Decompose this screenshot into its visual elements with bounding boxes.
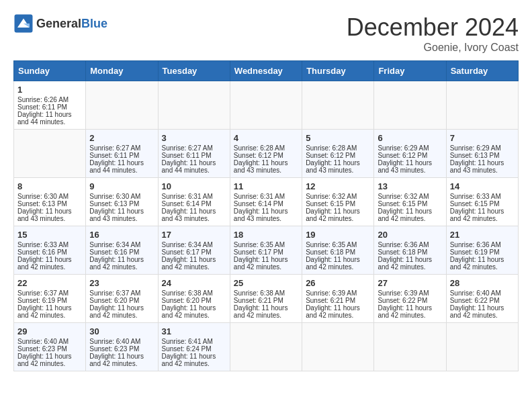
daylight: Daylight: 11 hours and 42 minutes. <box>162 353 216 367</box>
calendar-cell-empty <box>158 81 230 130</box>
sunrise: Sunrise: 6:33 AM <box>17 241 69 248</box>
daylight: Daylight: 11 hours and 42 minutes. <box>162 256 216 271</box>
sunset: Sunset: 6:23 PM <box>17 345 67 353</box>
daylight: Daylight: 11 hours and 43 minutes. <box>162 208 216 222</box>
calendar-cell: 29Sunrise: 6:40 AMSunset: 6:23 PMDayligh… <box>14 323 86 371</box>
sunrise: Sunrise: 6:28 AM <box>234 144 285 152</box>
sunset: Sunset: 6:13 PM <box>17 200 67 208</box>
sunrise: Sunrise: 6:30 AM <box>89 193 140 200</box>
day-number: 14 <box>450 181 515 191</box>
sunset: Sunset: 6:20 PM <box>89 297 139 304</box>
sunrise: Sunrise: 6:35 AM <box>234 241 285 248</box>
day-number: 28 <box>450 278 515 288</box>
sunset: Sunset: 6:12 PM <box>306 152 355 159</box>
sunrise: Sunrise: 6:29 AM <box>378 144 429 152</box>
day-number: 3 <box>162 133 226 143</box>
calendar-week-row: 29Sunrise: 6:40 AMSunset: 6:23 PMDayligh… <box>14 323 519 371</box>
sunrise: Sunrise: 6:32 AM <box>378 193 429 200</box>
sunset: Sunset: 6:13 PM <box>450 152 500 159</box>
daylight: Daylight: 11 hours and 42 minutes. <box>378 304 432 319</box>
sunrise: Sunrise: 6:28 AM <box>306 144 357 152</box>
day-number: 9 <box>89 181 154 191</box>
month-title: December 2024 <box>347 13 519 42</box>
day-number: 22 <box>17 278 82 288</box>
day-number: 29 <box>17 326 82 336</box>
sunrise: Sunrise: 6:36 AM <box>378 241 429 248</box>
sunrise: Sunrise: 6:40 AM <box>89 338 140 345</box>
daylight: Daylight: 11 hours and 42 minutes. <box>89 256 144 271</box>
calendar-week-row: 8Sunrise: 6:30 AMSunset: 6:13 PMDaylight… <box>14 178 519 226</box>
calendar-cell <box>302 323 374 371</box>
day-number: 24 <box>162 278 226 288</box>
daylight: Daylight: 11 hours and 42 minutes. <box>450 256 504 271</box>
day-number: 25 <box>234 278 298 288</box>
sunset: Sunset: 6:19 PM <box>450 248 500 256</box>
title-block: December 2024 Goenie, Ivory Coast <box>347 13 519 54</box>
calendar-week-row: 15Sunrise: 6:33 AMSunset: 6:16 PMDayligh… <box>14 226 519 275</box>
day-number: 12 <box>306 181 370 191</box>
sunrise: Sunrise: 6:39 AM <box>306 289 357 297</box>
daylight: Daylight: 11 hours and 44 minutes. <box>89 159 144 174</box>
daylight: Daylight: 11 hours and 42 minutes. <box>17 304 72 319</box>
sunset: Sunset: 6:21 PM <box>306 297 355 304</box>
sunset: Sunset: 6:12 PM <box>234 152 283 159</box>
calendar-cell <box>230 323 302 371</box>
daylight: Daylight: 11 hours and 43 minutes. <box>378 159 432 174</box>
calendar-cell: 24Sunrise: 6:38 AMSunset: 6:20 PMDayligh… <box>158 275 230 323</box>
calendar-cell <box>446 323 518 371</box>
sunset: Sunset: 6:18 PM <box>306 248 355 256</box>
calendar-cell: 25Sunrise: 6:38 AMSunset: 6:21 PMDayligh… <box>230 275 302 323</box>
calendar-cell-empty <box>230 81 302 130</box>
daylight: Daylight: 11 hours and 42 minutes. <box>306 304 360 319</box>
page-header: GeneralBlue December 2024 Goenie, Ivory … <box>13 13 519 54</box>
day-number: 4 <box>234 133 298 143</box>
calendar-header-row: SundayMondayTuesdayWednesdayThursdayFrid… <box>14 61 519 81</box>
calendar-cell: 18Sunrise: 6:35 AMSunset: 6:17 PMDayligh… <box>230 226 302 275</box>
sunrise: Sunrise: 6:37 AM <box>89 289 140 297</box>
calendar-cell: 23Sunrise: 6:37 AMSunset: 6:20 PMDayligh… <box>86 275 158 323</box>
calendar-cell-empty <box>446 81 518 130</box>
sunrise: Sunrise: 6:34 AM <box>89 241 140 248</box>
sunset: Sunset: 6:18 PM <box>378 248 427 256</box>
day-of-week-header: Friday <box>374 61 446 81</box>
day-number: 23 <box>89 278 154 288</box>
calendar-cell: 3Sunrise: 6:27 AMSunset: 6:11 PMDaylight… <box>158 130 230 178</box>
sunset: Sunset: 6:24 PM <box>162 345 212 353</box>
day-of-week-header: Wednesday <box>230 61 302 81</box>
sunrise: Sunrise: 6:40 AM <box>17 338 69 345</box>
calendar-cell-empty <box>302 81 374 130</box>
day-number: 27 <box>378 278 442 288</box>
sunrise: Sunrise: 6:32 AM <box>306 193 357 200</box>
sunset: Sunset: 6:11 PM <box>89 152 139 159</box>
day-number: 31 <box>162 326 226 336</box>
calendar-cell: 30Sunrise: 6:40 AMSunset: 6:23 PMDayligh… <box>86 323 158 371</box>
day-number: 10 <box>162 181 226 191</box>
calendar-cell: 12Sunrise: 6:32 AMSunset: 6:15 PMDayligh… <box>302 178 374 226</box>
day-number: 20 <box>378 230 442 240</box>
calendar-cell-empty <box>86 81 158 130</box>
sunrise: Sunrise: 6:37 AM <box>17 289 69 297</box>
sunset: Sunset: 6:13 PM <box>89 200 139 208</box>
calendar-cell: 28Sunrise: 6:40 AMSunset: 6:22 PMDayligh… <box>446 275 518 323</box>
sunset: Sunset: 6:22 PM <box>378 297 427 304</box>
day-number: 7 <box>450 133 515 143</box>
sunset: Sunset: 6:21 PM <box>234 297 283 304</box>
logo-icon <box>13 13 34 34</box>
calendar-week-row: 1Sunrise: 6:26 AMSunset: 6:11 PMDaylight… <box>14 81 519 130</box>
calendar-cell: 8Sunrise: 6:30 AMSunset: 6:13 PMDaylight… <box>14 178 86 226</box>
sunset: Sunset: 6:23 PM <box>89 345 139 353</box>
sunset: Sunset: 6:16 PM <box>17 248 67 256</box>
sunset: Sunset: 6:14 PM <box>162 200 212 208</box>
sunset: Sunset: 6:11 PM <box>17 103 67 111</box>
calendar-cell: 10Sunrise: 6:31 AMSunset: 6:14 PMDayligh… <box>158 178 230 226</box>
sunrise: Sunrise: 6:38 AM <box>162 289 213 297</box>
day-of-week-header: Saturday <box>446 61 518 81</box>
calendar-table: SundayMondayTuesdayWednesdayThursdayFrid… <box>13 60 519 371</box>
calendar-cell: 13Sunrise: 6:32 AMSunset: 6:15 PMDayligh… <box>374 178 446 226</box>
daylight: Daylight: 11 hours and 42 minutes. <box>17 256 72 271</box>
calendar-cell: 26Sunrise: 6:39 AMSunset: 6:21 PMDayligh… <box>302 275 374 323</box>
sunrise: Sunrise: 6:26 AM <box>17 96 69 103</box>
daylight: Daylight: 11 hours and 43 minutes. <box>306 159 360 174</box>
sunrise: Sunrise: 6:36 AM <box>450 241 501 248</box>
day-number: 19 <box>306 230 370 240</box>
